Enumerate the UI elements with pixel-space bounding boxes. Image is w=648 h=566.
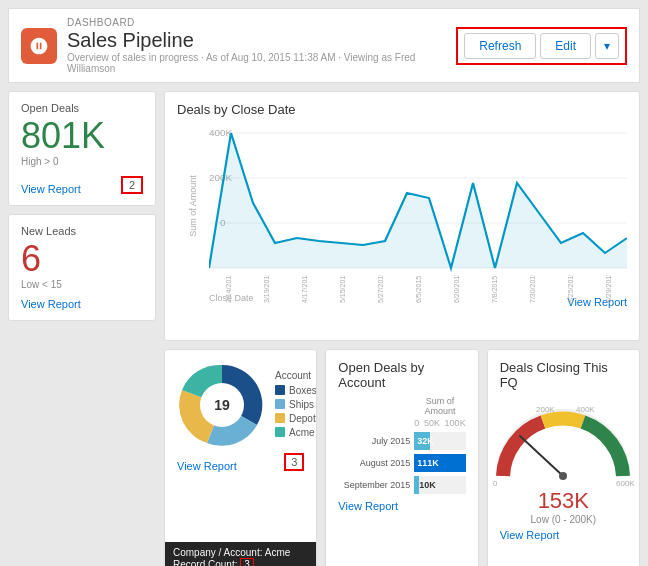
bar-fill-july: 32K [414,432,429,450]
open-deals-value: 801K [21,118,143,154]
tooltip-record-count: Record Count: 3 [173,559,308,566]
open-deals-view-report[interactable]: View Report [21,183,81,195]
bar-track-july: 32K [414,432,465,450]
y-axis-label: Sum of Amount [188,175,198,237]
pie-chart: 19 [177,360,267,450]
refresh-button[interactable]: Refresh [464,33,536,59]
svg-text:0: 0 [493,479,498,486]
edit-button[interactable]: Edit [540,33,591,59]
svg-text:400K: 400K [576,405,595,414]
bar-row-august: August 2015 111K [338,454,465,472]
bar-axis: 0 50K 100K [414,418,465,428]
legend-item-depot: Depot [275,413,317,424]
page-subtitle: Overview of sales in progress · As of Au… [67,52,456,74]
axis-50k: 50K [424,418,440,428]
svg-line-9 [520,436,563,476]
legend-item-boxes: Boxes [275,385,317,396]
pie-view-report[interactable]: View Report [177,460,237,472]
header-left: DASHBOARD Sales Pipeline Overview of sal… [21,17,456,74]
header-text: DASHBOARD Sales Pipeline Overview of sal… [67,17,456,74]
header: DASHBOARD Sales Pipeline Overview of sal… [8,8,640,83]
x-label-6: 6/5/2015 [415,275,422,303]
svg-text:400K: 400K [209,127,233,137]
x-label-1: 2/14/2013 [225,275,232,303]
bar-track-august: 111K [414,454,465,472]
svg-marker-7 [209,133,627,268]
x-label-9: 7/30/2015 [529,275,536,303]
pie-legend: Account Boxes Ships Depot [275,370,317,441]
new-leads-sub: Low < 15 [21,279,143,290]
bar-label-august: August 2015 [338,458,410,468]
legend-dot-ships [275,399,285,409]
x-label-5: 5/27/2015 [377,275,384,303]
axis-0: 0 [414,418,419,428]
bar-chart-view-report[interactable]: View Report [338,500,465,512]
new-leads-value: 6 [21,241,143,277]
deals-closing-fq-card: Deals Closing This FQ [487,349,640,566]
deals-by-close-date-card: Deals by Close Date Sum of Amount [164,91,640,341]
line-chart: 400K 200K 0 2/14/2013 3/19/2013 [209,123,627,288]
dashboard-icon [21,28,57,64]
bottom-row: 19 Account Boxes Ships [164,349,640,566]
gauge-sub: Low (0 - 200K) [531,514,597,525]
new-leads-label: New Leads [21,225,143,237]
dropdown-button[interactable]: ▾ [595,33,619,59]
record-count-badge: 3 [240,558,254,566]
page-title: Sales Pipeline [67,28,456,52]
legend-label-boxes: Boxes [289,385,317,396]
pie-tooltip: Company / Account: Acme Record Count: 3 [165,542,316,566]
sum-of-amount-label: Sum of Amount [414,396,465,416]
badge-2: 2 [121,176,143,194]
pie-chart-card: 19 Account Boxes Ships [164,349,317,566]
svg-point-10 [559,472,567,480]
open-deals-label: Open Deals [21,102,143,114]
bar-label-september: September 2015 [338,480,410,490]
bar-track-september: 10K [414,476,465,494]
bar-fill-september: 10K [414,476,419,494]
pie-center-value: 19 [214,397,230,413]
legend-dot-depot [275,413,285,423]
bar-row-july: July 2015 32K [338,432,465,450]
legend-dot-acme [275,427,285,437]
open-deals-sub: High > 0 [21,156,143,167]
pie-section: 19 Account Boxes Ships [177,360,304,450]
bar-chart: July 2015 32K August 2015 [338,432,465,494]
new-leads-view-report[interactable]: View Report [21,298,143,310]
main-grid: Open Deals 801K High > 0 View Report 2 N… [8,91,640,566]
x-label-10: 8/25/2015 [567,275,574,303]
gauge: 0 200K 400K 600K 153K Low (0 - 200K) [500,396,627,525]
x-label-7: 6/20/2015 [453,275,460,303]
legend-label-acme: Acme [289,427,315,438]
open-deals-by-account-title: Open Deals by Account [338,360,465,390]
deals-closing-fq-title: Deals Closing This FQ [500,360,627,390]
new-leads-card: New Leads 6 Low < 15 View Report [8,214,156,321]
legend-dot-boxes [275,385,285,395]
tooltip-company: Company / Account: Acme [173,547,308,558]
legend-item-ships: Ships [275,399,317,410]
svg-text:200K: 200K [536,405,555,414]
x-label-3: 4/17/2013 [301,275,308,303]
x-label-2: 3/19/2013 [263,275,270,303]
x-label-11: 8/29/2015 [605,275,612,303]
open-deals-card: Open Deals 801K High > 0 View Report 2 [8,91,156,206]
left-column: Open Deals 801K High > 0 View Report 2 N… [8,91,156,566]
svg-text:600K: 600K [616,479,635,486]
legend-label-ships: Ships [289,399,314,410]
right-column: Deals by Close Date Sum of Amount [164,91,640,566]
header-actions: Refresh Edit ▾ [456,27,627,65]
gauge-view-report[interactable]: View Report [500,529,627,541]
open-deals-by-account-card: Open Deals by Account Sum of Amount 0 50… [325,349,478,566]
bar-row-september: September 2015 10K [338,476,465,494]
gauge-value: 153K [538,488,589,514]
legend-title: Account [275,370,317,381]
badge-3: 3 [284,453,304,471]
x-label-4: 5/15/2013 [339,275,346,303]
axis-100k: 100K [445,418,466,428]
legend-item-acme: Acme [275,427,317,438]
deals-by-close-date-title: Deals by Close Date [177,102,627,117]
bar-fill-august: 111K [414,454,465,472]
x-label-8: 7/8/2015 [491,275,498,303]
bar-label-july: July 2015 [338,436,410,446]
legend-label-depot: Depot [289,413,316,424]
breadcrumb: DASHBOARD [67,17,456,28]
